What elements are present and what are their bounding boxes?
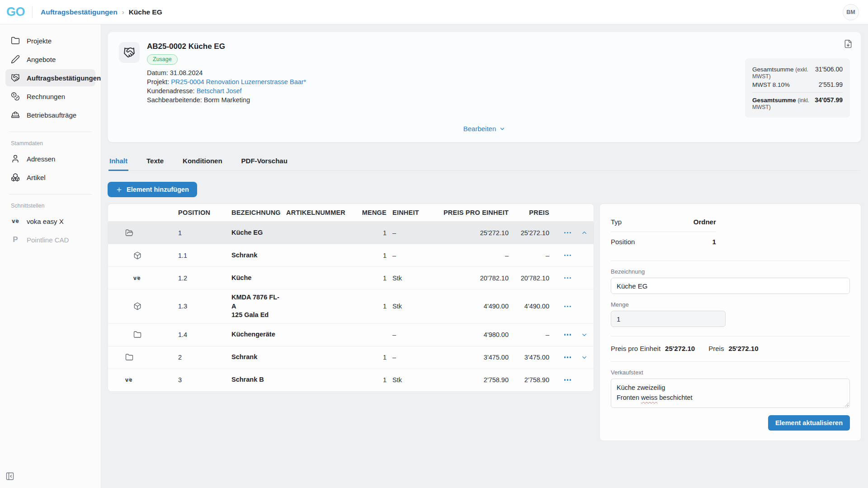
handshake-icon <box>11 73 20 82</box>
row-menu-button[interactable] <box>563 275 572 281</box>
element-detail-panel: Typ Ordner Position 1 Bezeichnung Menge <box>599 204 861 441</box>
totals-summary-box: Gesamtsumme (exkl. MWST) 31'506.00 MWST … <box>745 58 850 118</box>
pointline-icon: P <box>11 235 20 244</box>
chevron-down-icon <box>581 354 588 361</box>
sidebar-item-rechnungen[interactable]: Rechnungen <box>5 88 95 105</box>
order-type-icon-box <box>119 42 140 63</box>
col-artikelnummer: ARTIKELNUMMER <box>286 209 348 216</box>
kundenadresse-link[interactable]: Betschart Josef <box>197 87 242 95</box>
sidebar-item-voka-easy-x[interactable]: v⁄e voka easy X <box>5 213 95 230</box>
sidebar-item-label: voka easy X <box>27 218 64 225</box>
tab-konditionen[interactable]: Konditionen <box>182 153 223 171</box>
tab-inhalt[interactable]: Inhalt <box>108 153 128 171</box>
sidebar-item-label: Betriebsaufträge <box>27 111 76 119</box>
coins-icon <box>11 92 20 101</box>
sidebar-item-label: Pointline CAD <box>27 236 69 244</box>
table-header-row: POSITION BEZEICHNUNG ARTIKELNUMMER MENGE… <box>108 204 594 221</box>
sidebar-item-label: Artikel <box>27 174 46 181</box>
sidebar-section-stammdaten: Stammdaten <box>11 140 90 147</box>
positions-table: POSITION BEZEICHNUNG ARTIKELNUMMER MENGE… <box>108 204 594 392</box>
position-row: Position 1 <box>611 234 716 251</box>
boxes-icon <box>11 173 20 182</box>
sidebar-item-label: Projekte <box>27 37 52 45</box>
meta-kundenadresse: Kundenadresse: Betschart Josef <box>147 87 306 95</box>
bezeichnung-input[interactable] <box>611 278 850 294</box>
folder-icon <box>108 331 178 339</box>
table-row[interactable]: 2 Schrank 1 – 3'475.00 3'475.00 <box>108 346 594 369</box>
meta-datum: Datum: 31.08.2024 <box>147 69 306 76</box>
sidebar: Projekte Angebote Auftragsbestätigungen … <box>0 24 101 488</box>
sidebar-item-angebote[interactable]: Angebote <box>5 51 95 68</box>
sidebar-item-adressen[interactable]: Adressen <box>5 150 95 167</box>
summary-row-mwst: MWST 8.10% 2'551.99 <box>752 81 843 88</box>
sidebar-item-betriebsauftraege[interactable]: Betriebsaufträge <box>5 106 95 123</box>
chevron-down-icon <box>499 126 505 132</box>
expand-row-button[interactable] <box>580 353 588 361</box>
meta-sachbearbeitende: Sachbearbeitende: Borm Marketing <box>147 96 306 104</box>
sidebar-section-schnittstellen: Schnittstellen <box>11 203 90 209</box>
price-summary-line: Preis pro Einheit 25'272.10 Preis 25'272… <box>611 345 850 352</box>
table-row[interactable]: 1 Küche EG 1 – 25'272.10 25'272.10 <box>108 221 594 244</box>
box-icon <box>108 302 178 310</box>
plus-icon <box>116 186 123 193</box>
sidebar-item-artikel[interactable]: Artikel <box>5 169 95 186</box>
panel-divider <box>611 361 850 362</box>
sidebar-item-label: Auftragsbestätigungen <box>27 74 101 82</box>
tab-texte[interactable]: Texte <box>146 153 165 171</box>
sidebar-item-label: Angebote <box>27 56 56 63</box>
table-row[interactable]: 1.1 Schrank 1 – – – <box>108 244 594 266</box>
spellcheck-underline: weiss <box>641 394 657 401</box>
row-menu-button[interactable] <box>563 304 572 309</box>
topbar-divider <box>32 6 33 18</box>
row-menu-button[interactable] <box>563 377 572 383</box>
row-menu-button[interactable] <box>563 355 572 360</box>
voka-icon: v⁄e <box>108 377 178 383</box>
sidebar-item-auftragsbestaetigungen[interactable]: Auftragsbestätigungen <box>5 69 95 86</box>
hard-hat-icon <box>11 110 20 119</box>
breadcrumb-parent-link[interactable]: Auftragsbestätigungen <box>41 8 118 16</box>
col-position: POSITION <box>178 209 231 216</box>
table-row[interactable]: v⁄e 1.2 Küche 1 Stk 20'782.10 20'782.10 <box>108 266 594 289</box>
user-avatar[interactable]: BM <box>843 4 859 20</box>
row-menu-button[interactable] <box>563 332 572 337</box>
top-bar: GO Auftragsbestätigungen › Küche EG BM <box>0 0 868 24</box>
menge-input[interactable] <box>611 311 726 327</box>
table-row[interactable]: 1.4 Küchengeräte – 4'980.00 – <box>108 323 594 346</box>
verkaufstext-textarea[interactable]: Küche zweizeilig Fronten weiss beschicht… <box>611 379 850 408</box>
file-download-icon[interactable] <box>844 39 853 50</box>
sidebar-collapse-button[interactable] <box>5 472 14 483</box>
tab-bar: Inhalt Texte Konditionen PDF-Vorschau <box>108 153 860 171</box>
sidebar-item-pointline-cad[interactable]: P Pointline CAD <box>5 231 95 248</box>
bearbeiten-dropdown-button[interactable]: Bearbeiten <box>463 125 506 133</box>
row-menu-button[interactable] <box>563 253 572 258</box>
collapse-row-button[interactable] <box>580 229 588 237</box>
add-element-button[interactable]: Element hinzufügen <box>108 182 197 197</box>
tab-pdf-vorschau[interactable]: PDF-Vorschau <box>241 153 288 171</box>
status-badge: Zusage <box>147 54 178 65</box>
folder-icon <box>11 36 20 45</box>
projekt-link[interactable]: PR25-0004 Renovation Luzernerstrasse Baa… <box>171 78 306 85</box>
chevron-down-icon <box>581 332 588 338</box>
update-element-button[interactable]: Element aktualisieren <box>768 415 850 431</box>
col-preis: PREIS <box>509 209 549 216</box>
table-row[interactable]: 1.3 KMDA 7876 FL-A 125 Gala Ed 1 Stk 4'4… <box>108 289 594 323</box>
breadcrumb-current: Küche EG <box>129 8 162 16</box>
main-area: AB25-0002 Küche EG Zusage Datum: 31.08.2… <box>101 24 868 488</box>
verkaufstext-label: Verkaufstext <box>611 369 850 376</box>
sidebar-item-label: Rechnungen <box>27 93 65 100</box>
voka-icon: v⁄e <box>11 217 20 226</box>
row-menu-button[interactable] <box>563 230 572 236</box>
folder-icon <box>108 353 178 361</box>
person-icon <box>11 154 20 163</box>
sidebar-item-projekte[interactable]: Projekte <box>5 32 95 49</box>
expand-row-button[interactable] <box>580 331 588 339</box>
bezeichnung-label: Bezeichnung <box>611 268 850 275</box>
app-logo[interactable]: GO <box>6 5 25 19</box>
typ-row: Typ Ordner <box>611 214 716 232</box>
voka-icon: v⁄e <box>108 275 178 281</box>
summary-row-inkl: Gesamtsumme (inkl. MWST) 34'057.99 <box>752 96 843 110</box>
col-bezeichnung: BEZEICHNUNG <box>231 209 286 216</box>
box-icon <box>108 251 178 260</box>
table-row[interactable]: v⁄e 3 Schrank B 1 Stk 2'758.90 2'758.90 <box>108 369 594 391</box>
folder-open-icon <box>108 229 178 237</box>
